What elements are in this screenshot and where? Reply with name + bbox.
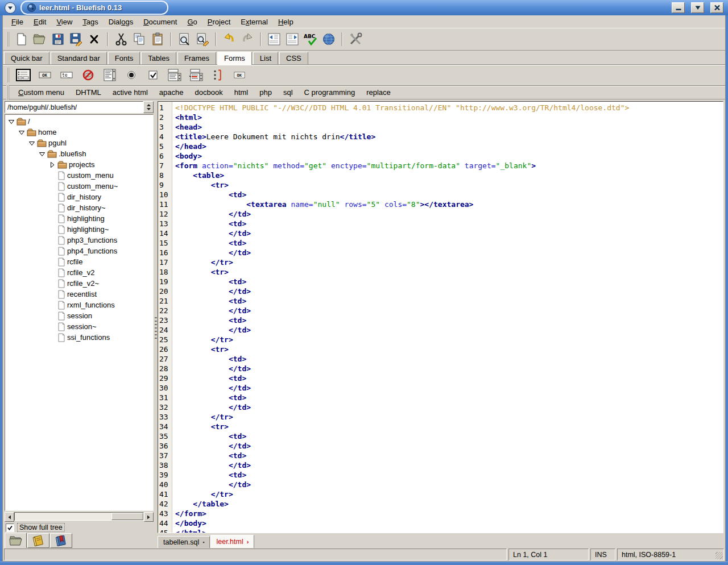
- tree-item-home[interactable]: home: [5, 127, 153, 138]
- collapse-arrow-icon[interactable]: [18, 128, 25, 136]
- tree-item-bluefish[interactable]: .bluefish: [5, 148, 153, 159]
- close-button[interactable]: [710, 2, 723, 13]
- menu-view[interactable]: View: [51, 16, 77, 27]
- collapse-arrow-icon[interactable]: [28, 139, 35, 147]
- redo-button[interactable]: [238, 30, 257, 48]
- collapse-arrow-icon[interactable]: [7, 118, 15, 125]
- paste-button[interactable]: [148, 30, 167, 48]
- menu-document[interactable]: Document: [138, 16, 182, 27]
- menu-help[interactable]: Help: [273, 16, 299, 27]
- tree-item-highlighting[interactable]: highlighting~: [5, 224, 153, 235]
- textarea-button[interactable]: [99, 67, 121, 83]
- menu-tags[interactable]: Tags: [77, 16, 103, 27]
- reference-book-tab[interactable]: [27, 533, 49, 548]
- custom-menu-drag-handle[interactable]: [6, 85, 9, 100]
- text-entry-button[interactable]: te_: [56, 67, 77, 83]
- tab-frames[interactable]: Frames: [177, 52, 216, 64]
- tree-item-session[interactable]: session: [5, 310, 153, 321]
- save-as-button[interactable]: [67, 30, 85, 48]
- tab-css[interactable]: CSS: [279, 52, 308, 64]
- find-replace-button[interactable]: [193, 30, 212, 48]
- scrollbar-track[interactable]: [14, 512, 144, 521]
- view-in-browser-button[interactable]: [320, 30, 338, 48]
- custom-menu-php[interactable]: php: [254, 87, 278, 98]
- custom-menu-custom-menu[interactable]: Custom menu: [13, 87, 70, 98]
- menu-file[interactable]: File: [6, 16, 28, 27]
- hidden-input-button[interactable]: [77, 67, 99, 83]
- custom-menu-sql[interactable]: sql: [278, 87, 299, 98]
- checkbox-button[interactable]: [142, 67, 164, 83]
- menu-project[interactable]: Project: [202, 16, 235, 27]
- tree-item-highlighting[interactable]: highlighting: [5, 213, 153, 224]
- menu-external[interactable]: External: [235, 16, 273, 27]
- menu-dialogs[interactable]: Dialogs: [104, 16, 138, 27]
- tree-item-recentlist[interactable]: recentlist: [5, 289, 153, 300]
- panel-splitter[interactable]: [154, 101, 158, 533]
- find-button[interactable]: [175, 30, 193, 48]
- tree-item-rcfile[interactable]: rcfile: [5, 256, 153, 267]
- copy-button[interactable]: [130, 30, 148, 48]
- option-button[interactable]: [185, 67, 207, 83]
- collapse-arrow-icon[interactable]: [38, 150, 46, 157]
- document-tab-tabellen-sql[interactable]: tabellen.sql▪: [158, 536, 210, 548]
- code-editor[interactable]: 1234567891011121314151617181920212223242…: [158, 101, 723, 533]
- tab-standard-bar[interactable]: Standard bar: [51, 52, 107, 64]
- show-full-tree-checkbox[interactable]: [6, 524, 14, 532]
- document-tab-leer-html[interactable]: leer.html›: [210, 535, 254, 548]
- cut-button[interactable]: [112, 30, 130, 48]
- expand-arrow-icon[interactable]: [48, 161, 56, 168]
- option-group-button[interactable]: [207, 67, 229, 83]
- tree-item-dir-history[interactable]: dir_history: [5, 192, 153, 202]
- unindent-button[interactable]: [265, 30, 283, 48]
- menu-edit[interactable]: Edit: [28, 16, 51, 27]
- custom-menu-c-programming[interactable]: C programming: [299, 87, 361, 98]
- tab-quick-bar[interactable]: Quick bar: [4, 52, 49, 64]
- window-resize-grip[interactable]: [715, 552, 723, 559]
- titlebar[interactable]: leer.html - Bluefish 0.13: [0, 0, 728, 15]
- custom-menu-replace[interactable]: replace: [361, 87, 396, 98]
- menu-go[interactable]: Go: [182, 16, 202, 27]
- select-button[interactable]: [164, 67, 185, 83]
- code-text-area[interactable]: <!DOCTYPE HTML PUBLIC "-//W3C//DTD HTML …: [172, 102, 723, 533]
- tree-item-pguhl[interactable]: pguhl: [5, 138, 153, 148]
- tree-item-custom-menu[interactable]: custom_menu~: [5, 181, 153, 192]
- tree-item-rxml-functions[interactable]: rxml_functions: [5, 300, 153, 310]
- custom-menu-html[interactable]: html: [229, 87, 254, 98]
- submit-button-button[interactable]: OK: [34, 67, 56, 83]
- window-menu-button[interactable]: [5, 2, 16, 14]
- tree-item-custom-menu[interactable]: custom_menu: [5, 170, 153, 181]
- maximize-button[interactable]: [691, 2, 704, 13]
- tab-forms[interactable]: Forms: [217, 52, 252, 65]
- tab-fonts[interactable]: Fonts: [108, 52, 140, 64]
- new-document-button[interactable]: [13, 30, 31, 48]
- push-button-button[interactable]: OK: [229, 67, 250, 83]
- tree-item-rcfile-v2[interactable]: rcfile_v2: [5, 267, 153, 278]
- tree-item-php3-functions[interactable]: php3_functions: [5, 235, 153, 246]
- tab-modified-chevron-icon[interactable]: ›: [247, 539, 249, 545]
- custom-menu-active-html[interactable]: active html: [107, 87, 154, 98]
- custom-menu-dhtml[interactable]: DHTML: [70, 87, 107, 98]
- splitter-grip[interactable]: [155, 317, 157, 340]
- tree-item-session[interactable]: session~: [5, 321, 153, 332]
- tree-item-[interactable]: /: [5, 116, 153, 127]
- forms-toolbar-drag-handle[interactable]: [6, 68, 9, 82]
- close-document-button[interactable]: [85, 30, 104, 48]
- form-button[interactable]: [13, 67, 34, 83]
- scroll-left-arrow[interactable]: [5, 512, 14, 522]
- bookmarks-tab[interactable]: [50, 533, 72, 548]
- tree-item-ssi-functions[interactable]: ssi_functions: [5, 332, 153, 343]
- toolbar-drag-handle[interactable]: [6, 32, 9, 47]
- tree-item-dir-history[interactable]: dir_history~: [5, 202, 153, 213]
- radio-button-button[interactable]: [121, 67, 142, 83]
- tree-item-php4-functions[interactable]: php4_functions: [5, 246, 153, 256]
- path-spin-button[interactable]: [143, 101, 154, 113]
- tree-item-rcfile-v2[interactable]: rcfile_v2~: [5, 278, 153, 289]
- scrollbar-thumb[interactable]: [111, 513, 143, 520]
- tab-tables[interactable]: Tables: [141, 52, 176, 64]
- tree-item-projects[interactable]: projects: [5, 159, 153, 170]
- scroll-right-arrow[interactable]: [144, 512, 154, 522]
- tab-status-dot-icon[interactable]: ▪: [202, 540, 204, 545]
- directory-path-input[interactable]: [5, 101, 143, 113]
- undo-button[interactable]: [220, 30, 238, 48]
- minimize-button[interactable]: [672, 2, 685, 13]
